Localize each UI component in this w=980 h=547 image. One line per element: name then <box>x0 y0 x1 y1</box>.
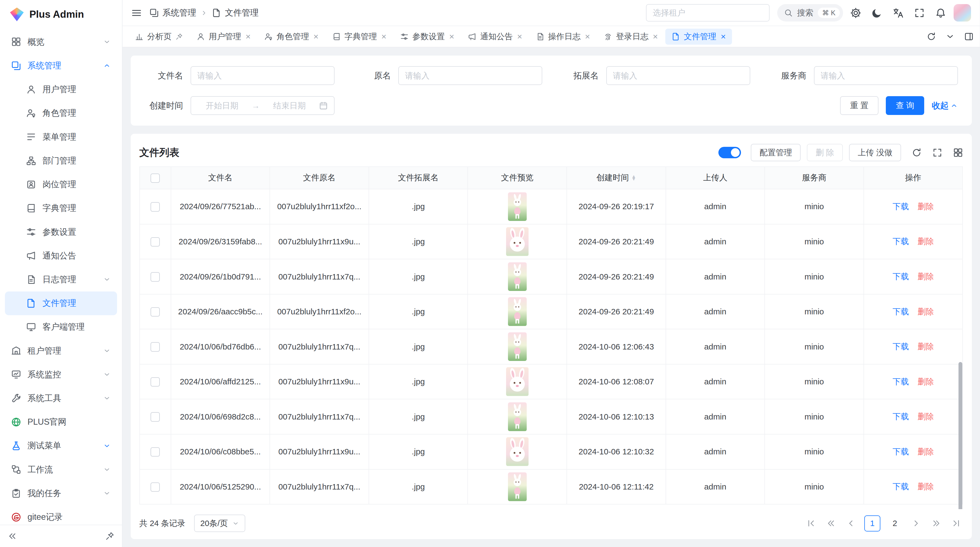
tab-close-icon[interactable]: × <box>517 32 522 41</box>
tab-close-icon[interactable]: × <box>721 32 726 41</box>
row-checkbox[interactable] <box>151 202 160 211</box>
tab-dict[interactable]: 字典管理× <box>326 29 393 45</box>
sidebar-item-clients[interactable]: 客户端管理 <box>5 315 117 339</box>
upload-button[interactable]: 上传 没做 <box>849 144 901 161</box>
row-checkbox[interactable] <box>151 272 160 281</box>
next-page-button[interactable] <box>909 517 923 530</box>
delete-link[interactable]: 删除 <box>918 447 934 456</box>
sidebar-item-departments[interactable]: 部门管理 <box>5 149 117 172</box>
original-name-input[interactable] <box>398 66 542 85</box>
sidebar-item-my-tasks[interactable]: 我的任务 <box>5 482 117 505</box>
tab-files[interactable]: 文件管理× <box>665 29 732 45</box>
file-name-input[interactable] <box>191 66 334 85</box>
table-scrollbar[interactable] <box>958 362 962 509</box>
tab-close-icon[interactable]: × <box>381 32 387 41</box>
user-avatar[interactable] <box>954 4 971 22</box>
delete-link[interactable]: 删除 <box>918 237 934 246</box>
sidebar-item-tenants[interactable]: 租户管理 <box>5 339 117 363</box>
breadcrumb-item-system[interactable]: 系统管理 <box>150 7 196 19</box>
download-link[interactable]: 下载 <box>892 272 909 281</box>
end-date-input[interactable] <box>265 101 314 110</box>
sidebar-item-plus-site[interactable]: PLUS官网 <box>5 410 117 434</box>
config-manage-button[interactable]: 配置管理 <box>751 144 800 161</box>
reset-button[interactable]: 重 置 <box>840 96 878 115</box>
global-search[interactable]: 搜索 ⌘ K <box>777 4 843 22</box>
sidebar-item-notice[interactable]: 通知公告 <box>5 244 117 268</box>
tab-close-icon[interactable]: × <box>449 32 454 41</box>
hamburger-menu-icon[interactable] <box>131 8 142 18</box>
layout-panel-icon[interactable] <box>964 32 974 41</box>
file-preview-thumbnail[interactable] <box>508 472 527 501</box>
download-link[interactable]: 下载 <box>892 447 909 456</box>
settings-icon[interactable] <box>850 8 861 18</box>
sidebar-item-params[interactable]: 参数设置 <box>5 220 117 244</box>
notifications-icon[interactable] <box>935 8 946 18</box>
file-preview-thumbnail[interactable] <box>508 297 527 326</box>
tab-params[interactable]: 参数设置× <box>394 29 461 45</box>
sidebar-item-roles[interactable]: 角色管理 <box>5 101 117 125</box>
sidebar-item-workflow[interactable]: 工作流 <box>5 458 117 482</box>
pin-sidebar-icon[interactable] <box>105 531 115 541</box>
tab-close-icon[interactable]: × <box>245 32 251 41</box>
file-preview-thumbnail[interactable] <box>506 437 529 466</box>
date-range-picker[interactable]: → <box>191 96 334 115</box>
download-link[interactable]: 下载 <box>892 342 909 351</box>
extension-input[interactable] <box>606 66 750 85</box>
refresh-table-icon[interactable] <box>912 148 922 158</box>
expand-table-icon[interactable] <box>932 148 942 158</box>
prev-page-button[interactable] <box>844 517 858 530</box>
last-page-button[interactable] <box>949 517 963 530</box>
batch-delete-button[interactable]: 删 除 <box>807 144 843 161</box>
tab-notice[interactable]: 通知公告× <box>462 29 528 45</box>
dark-mode-icon[interactable] <box>872 8 882 18</box>
sidebar-item-overview[interactable]: 概览 <box>5 30 117 54</box>
download-link[interactable]: 下载 <box>892 202 909 211</box>
sidebar-item-files[interactable]: 文件管理 <box>5 292 117 315</box>
breadcrumb-item-files[interactable]: 文件管理 <box>212 7 259 19</box>
sidebar-item-tools[interactable]: 系统工具 <box>5 386 117 410</box>
delete-link[interactable]: 删除 <box>918 307 934 316</box>
tab-analysis[interactable]: 分析页 <box>129 29 189 45</box>
sidebar-item-posts[interactable]: 岗位管理 <box>5 172 117 196</box>
row-checkbox[interactable] <box>151 447 160 456</box>
delete-link[interactable]: 删除 <box>918 412 934 421</box>
language-icon[interactable] <box>893 8 904 18</box>
first-page-button[interactable] <box>804 517 818 530</box>
tab-close-icon[interactable]: × <box>313 32 318 41</box>
download-link[interactable]: 下载 <box>892 412 909 421</box>
page-number-2[interactable]: 2 <box>887 515 903 532</box>
provider-input[interactable] <box>814 66 958 85</box>
tab-users[interactable]: 用户管理× <box>190 29 257 45</box>
delete-link[interactable]: 删除 <box>918 377 934 386</box>
file-preview-thumbnail[interactable] <box>506 367 529 396</box>
page-number-1[interactable]: 1 <box>864 515 881 532</box>
prev-group-button[interactable] <box>824 517 838 530</box>
file-preview-thumbnail[interactable] <box>508 402 527 431</box>
page-size-select[interactable]: 20条/页 <box>194 515 245 532</box>
download-link[interactable]: 下载 <box>892 307 909 316</box>
fullscreen-icon[interactable] <box>914 8 925 18</box>
file-preview-thumbnail[interactable] <box>508 332 527 361</box>
sidebar-item-gitee[interactable]: gitee记录 <box>5 506 117 525</box>
tab-close-icon[interactable]: × <box>585 32 590 41</box>
logo[interactable]: Plus Admin <box>0 0 122 29</box>
column-settings-icon[interactable] <box>953 148 963 158</box>
row-checkbox[interactable] <box>151 412 160 421</box>
sidebar-item-system[interactable]: 系统管理 <box>5 54 117 77</box>
file-preview-thumbnail[interactable] <box>508 192 527 221</box>
delete-link[interactable]: 删除 <box>918 272 934 281</box>
tab-op-log[interactable]: 操作日志× <box>530 29 597 45</box>
row-checkbox[interactable] <box>151 377 160 386</box>
row-checkbox[interactable] <box>151 237 160 247</box>
download-link[interactable]: 下载 <box>892 237 909 246</box>
sidebar-item-menus[interactable]: 菜单管理 <box>5 125 117 149</box>
sidebar-item-test-menu[interactable]: 测试菜单 <box>5 434 117 458</box>
next-group-button[interactable] <box>929 517 943 530</box>
refresh-page-icon[interactable] <box>927 32 936 41</box>
delete-link[interactable]: 删除 <box>918 202 934 211</box>
query-button[interactable]: 查 询 <box>886 96 924 115</box>
sidebar-item-users[interactable]: 用户管理 <box>5 78 117 101</box>
collapse-filter-link[interactable]: 收起 <box>932 100 958 112</box>
tab-close-icon[interactable]: × <box>653 32 658 41</box>
tabs-dropdown-icon[interactable] <box>945 32 955 41</box>
